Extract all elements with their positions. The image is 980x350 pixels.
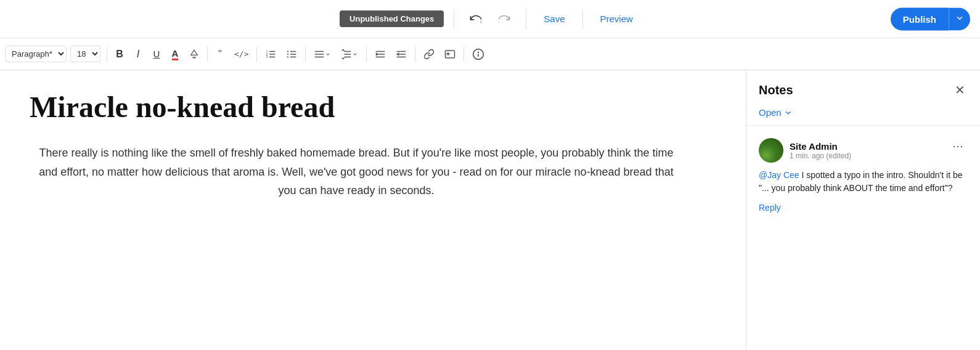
ordered-list-icon: 1 2 3 <box>265 49 276 60</box>
highlight-button[interactable] <box>185 46 203 63</box>
align-button[interactable] <box>309 46 335 63</box>
notes-title: Notes <box>759 83 793 97</box>
info-button[interactable] <box>468 46 489 63</box>
bold-button[interactable]: B <box>111 46 128 63</box>
comment-mention: @Jay Cee <box>759 170 799 180</box>
reply-button[interactable]: Reply <box>759 203 781 213</box>
chevron-down-icon <box>955 14 964 22</box>
code-button[interactable]: </> <box>230 46 253 63</box>
avatar <box>759 138 783 163</box>
comment-more-button[interactable]: ⋯ <box>949 138 968 154</box>
toolbar-sep-5 <box>366 47 367 62</box>
ordered-list-button[interactable]: 1 2 3 <box>261 46 280 63</box>
blockquote-icon: " <box>218 49 222 60</box>
editor-area[interactable]: Miracle no-knead bread There really is n… <box>0 70 746 350</box>
font-size-select[interactable]: 18 <box>70 46 100 62</box>
redo-button[interactable] <box>494 9 516 29</box>
text-color-button[interactable]: A <box>166 46 184 63</box>
underline-icon: U <box>153 49 160 59</box>
top-bar-right: Publish <box>891 7 970 30</box>
divider-1 <box>454 9 454 29</box>
unpublished-badge: Unpublished Changes <box>340 10 444 27</box>
embed-button[interactable] <box>440 46 460 63</box>
svg-point-12 <box>287 56 288 57</box>
divider-2 <box>526 9 526 29</box>
chevron-down-filter-icon <box>784 108 793 117</box>
toolbar-sep-7 <box>463 47 464 62</box>
comment-meta: Site Admin 1 min. ago (edited) <box>790 141 851 160</box>
chevron-down-spacing-icon <box>352 51 358 57</box>
chevron-down-small-icon <box>325 51 331 57</box>
indent-left-icon <box>396 49 407 60</box>
italic-icon: I <box>137 49 139 60</box>
toolbar: Paragraph* 18 B I U A " </> 1 2 3 <box>0 38 980 70</box>
notes-filter-label: Open <box>759 107 782 118</box>
editor-content: Miracle no-knead bread There really is n… <box>30 90 683 200</box>
unordered-list-button[interactable] <box>282 46 301 63</box>
article-title[interactable]: Miracle no-knead bread <box>30 90 683 124</box>
notes-panel: Notes ✕ Open Site Admin 1 min. ago (edit… <box>746 70 980 350</box>
unordered-list-icon <box>286 49 297 60</box>
highlight-icon <box>189 49 199 59</box>
notes-close-button[interactable]: ✕ <box>952 80 968 100</box>
undo-icon <box>469 13 481 25</box>
italic-button[interactable]: I <box>129 46 147 63</box>
comment-timestamp: 1 min. ago (edited) <box>790 152 851 160</box>
redo-icon <box>499 13 511 25</box>
indent-right-button[interactable] <box>370 46 390 63</box>
avatar-image <box>759 138 783 163</box>
publish-dropdown-button[interactable] <box>949 7 970 30</box>
undo-button[interactable] <box>464 9 486 29</box>
line-spacing-button[interactable] <box>337 46 362 63</box>
toolbar-sep-3 <box>256 47 257 62</box>
top-bar: Unpublished Changes Save Preview Publish <box>0 0 980 38</box>
comment-author-name: Site Admin <box>790 141 851 152</box>
text-color-icon: A <box>172 48 179 60</box>
line-spacing-icon <box>341 49 352 60</box>
link-button[interactable] <box>419 46 439 63</box>
notes-filter: Open <box>746 105 980 126</box>
notes-header: Notes ✕ <box>746 70 980 105</box>
save-button[interactable]: Save <box>536 10 572 28</box>
underline-button[interactable]: U <box>148 46 165 63</box>
info-icon <box>472 48 484 60</box>
toolbar-sep-6 <box>415 47 415 62</box>
align-icon <box>314 49 325 60</box>
svg-point-10 <box>287 51 288 52</box>
toolbar-sep-4 <box>305 47 306 62</box>
bold-icon: B <box>116 49 123 60</box>
indent-right-icon <box>375 49 386 60</box>
comment-header: Site Admin 1 min. ago (edited) ⋯ <box>759 138 968 163</box>
svg-point-11 <box>287 53 288 54</box>
top-bar-center: Unpublished Changes Save Preview <box>340 9 640 29</box>
paragraph-style-select[interactable]: Paragraph* <box>5 46 67 62</box>
comment-author-row: Site Admin 1 min. ago (edited) <box>759 138 851 163</box>
embed-icon <box>444 49 455 60</box>
main-area: Miracle no-knead bread There really is n… <box>0 70 980 350</box>
toolbar-sep-2 <box>207 47 208 62</box>
divider-3 <box>582 9 583 29</box>
publish-button[interactable]: Publish <box>891 7 949 30</box>
blockquote-button[interactable]: " <box>211 46 229 63</box>
code-icon: </> <box>234 49 248 59</box>
link-icon <box>423 49 435 60</box>
indent-left-button[interactable] <box>391 46 411 63</box>
comment-body: @Jay Cee I spotted a typo in the intro. … <box>759 169 968 195</box>
publish-group: Publish <box>891 7 970 30</box>
toolbar-sep-1 <box>107 47 107 62</box>
preview-button[interactable]: Preview <box>593 10 640 28</box>
notes-filter-dropdown[interactable]: Open <box>759 107 793 118</box>
svg-text:3: 3 <box>266 55 268 59</box>
comment-section: Site Admin 1 min. ago (edited) ⋯ @Jay Ce… <box>746 126 980 350</box>
article-body[interactable]: There really is nothing like the smell o… <box>30 144 683 200</box>
